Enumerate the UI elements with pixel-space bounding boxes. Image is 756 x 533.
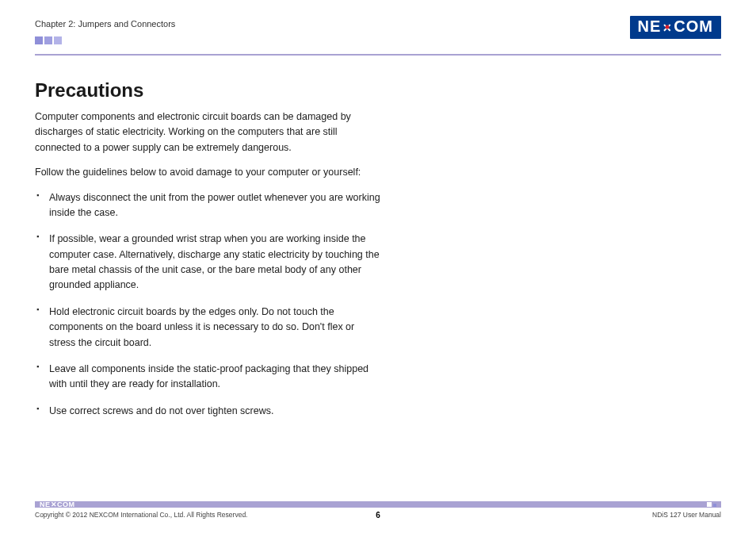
footer-text-row: Copyright © 2012 NEXCOM International Co… [35, 511, 721, 519]
list-item: Leave all components inside the static-p… [46, 362, 384, 393]
page-title: Precautions [35, 79, 384, 102]
footer-logo: NE✕COM [40, 500, 75, 508]
guidelines-list: Always disconnect the unit from the powe… [35, 190, 384, 420]
page-footer: NE✕COM Copyright © 2012 NEXCOM Internati… [35, 501, 721, 519]
logo-text-left: NE [638, 17, 662, 36]
page-number: 6 [376, 511, 380, 520]
footer-bar: NE✕COM [35, 501, 721, 508]
list-item: Use correct screws and do not over tight… [46, 404, 384, 419]
follow-paragraph: Follow the guidelines below to avoid dam… [35, 165, 384, 180]
list-item: Always disconnect the unit from the powe… [46, 190, 384, 221]
chapter-title: Chapter 2: Jumpers and Connectors [35, 16, 175, 29]
logo-x-icon [661, 17, 674, 36]
list-item: Hold electronic circuit boards by the ed… [46, 305, 384, 351]
manual-name: NDiS 127 User Manual [652, 511, 721, 519]
list-item: If possible, wear a grounded wrist strap… [46, 232, 384, 293]
logo-box: NECOM [630, 16, 721, 39]
main-content: Precautions Computer components and elec… [35, 79, 384, 419]
nexcom-logo: NECOM [630, 16, 721, 39]
header-left: Chapter 2: Jumpers and Connectors [35, 16, 175, 48]
header-divider [35, 54, 721, 56]
logo-text-right: COM [674, 17, 713, 36]
intro-paragraph: Computer components and electronic circu… [35, 109, 384, 155]
page-header: Chapter 2: Jumpers and Connectors NECOM [35, 16, 721, 52]
footer-decorative-marks [707, 502, 716, 507]
decorative-squares [35, 33, 175, 48]
copyright-text: Copyright © 2012 NEXCOM International Co… [35, 511, 247, 519]
